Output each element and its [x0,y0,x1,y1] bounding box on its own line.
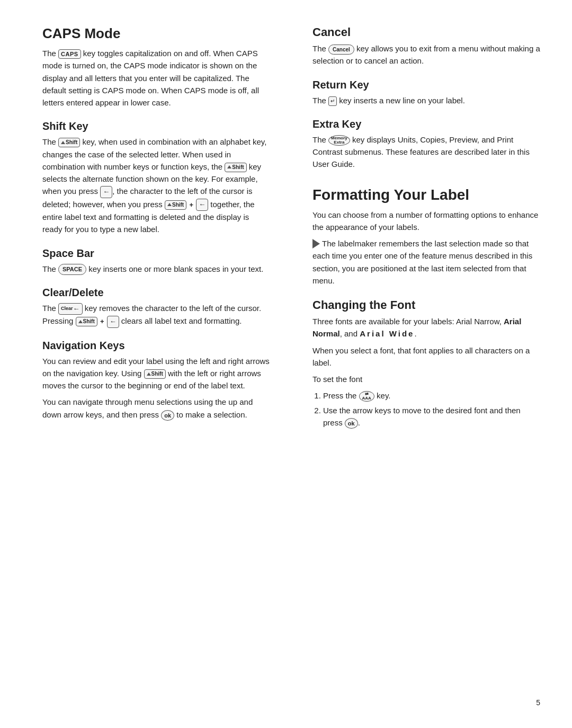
shift-badge-clear: Shift [76,317,97,326]
ok-key-badge-font: ok [345,418,358,429]
caps-mode-para: The CAPS key toggles capitalization on a… [42,47,270,109]
clear-key-badge1: ← [100,186,112,198]
font-steps-list: Press the ⇄ AAA key. Use the arrow keys … [312,389,540,429]
cancel-title: Cancel [312,25,540,39]
to-set-font-label: To set the font [312,373,540,385]
return-key-section: Return Key The ↵ key inserts a new line … [312,79,540,106]
cancel-section: Cancel The Cancel key allows you to exit… [312,25,540,67]
shift-key-title: Shift Key [42,120,270,132]
right-column: Cancel The Cancel key allows you to exit… [307,25,540,431]
formatting-title: Formatting Your Label [312,187,540,203]
space-bar-para: The SPACE key inserts one or more blank … [42,263,270,275]
cancel-para: The Cancel key allows you to exit from a… [312,42,540,67]
shift-arrow-icon [61,141,65,144]
shift-key-badge2: Shift [225,163,246,172]
page-number: 5 [536,698,540,707]
extra-key-title: Extra Key [312,118,540,130]
changing-font-para2: When you select a font, that font applie… [312,344,540,369]
changing-font-section: Changing the Font Three fonts are availa… [312,298,540,429]
shift-key-badge: Shift [58,138,80,147]
clear-delete-title: Clear/Delete [42,287,270,299]
navigation-keys-para2: You can navigate through menu selections… [42,396,270,421]
shift-arrow-icon4 [78,320,83,323]
shift-arrow-icon3 [167,203,172,206]
shift-key-para: The Shift key, when used in combination … [42,136,270,235]
changing-font-para1: Three fonts are available for your label… [312,315,540,340]
ok-key-badge-nav: ok [161,410,174,421]
clear-delete-para: The Clear← key removes the character to … [42,302,270,328]
shift-badge-nav: Shift [144,369,166,379]
space-key-badge: SPACE [58,264,86,275]
left-column: CAPS Mode The CAPS key toggles capitaliz… [42,25,275,431]
navigation-keys-title: Navigation Keys [42,340,270,352]
extra-key-para: The MemoryExtra key displays Units, Copi… [312,134,540,171]
extra-key-section: Extra Key The MemoryExtra key displays U… [312,118,540,171]
shift-key-section: Shift Key The Shift key, when used in co… [42,120,270,235]
clear-badge2: ← [107,316,119,328]
font-wide-sample: Arial Wide [360,329,414,338]
return-key-badge: ↵ [328,96,337,106]
tip-marker-icon [312,239,320,248]
navigation-keys-section: Navigation Keys You can review and edit … [42,340,270,421]
caps-mode-section: CAPS Mode The CAPS key toggles capitaliz… [42,25,270,109]
clear-badge-main: Clear← [58,303,83,315]
return-key-para: The ↵ key inserts a new line on your lab… [312,94,540,106]
clear-delete-section: Clear/Delete The Clear← key removes the … [42,287,270,328]
clear-key-badge2: ← [196,199,208,211]
font-step-1: Press the ⇄ AAA key. [323,389,540,402]
return-key-title: Return Key [312,79,540,91]
shift-key-badge3: Shift [165,200,186,210]
caps-key-badge: CAPS [58,49,81,59]
shift-arrow-icon5 [147,372,151,376]
font-step-2: Use the arrow keys to move to the desire… [323,404,540,429]
aaa-key-badge: ⇄ AAA [359,391,374,402]
cancel-key-badge: Cancel [328,45,354,55]
shift-arrow-icon2 [227,165,231,168]
formatting-tip: The labelmaker remembers the last select… [312,237,540,287]
changing-font-title: Changing the Font [312,298,540,312]
formatting-para1: You can choose from a number of formatti… [312,209,540,234]
formatting-section: Formatting Your Label You can choose fro… [312,187,540,287]
extra-key-badge: MemoryExtra [328,135,350,146]
navigation-keys-para1: You can review and edit your label using… [42,355,270,392]
space-bar-title: Space Bar [42,247,270,260]
space-bar-section: Space Bar The SPACE key inserts one or m… [42,247,270,275]
caps-mode-title: CAPS Mode [42,25,270,42]
